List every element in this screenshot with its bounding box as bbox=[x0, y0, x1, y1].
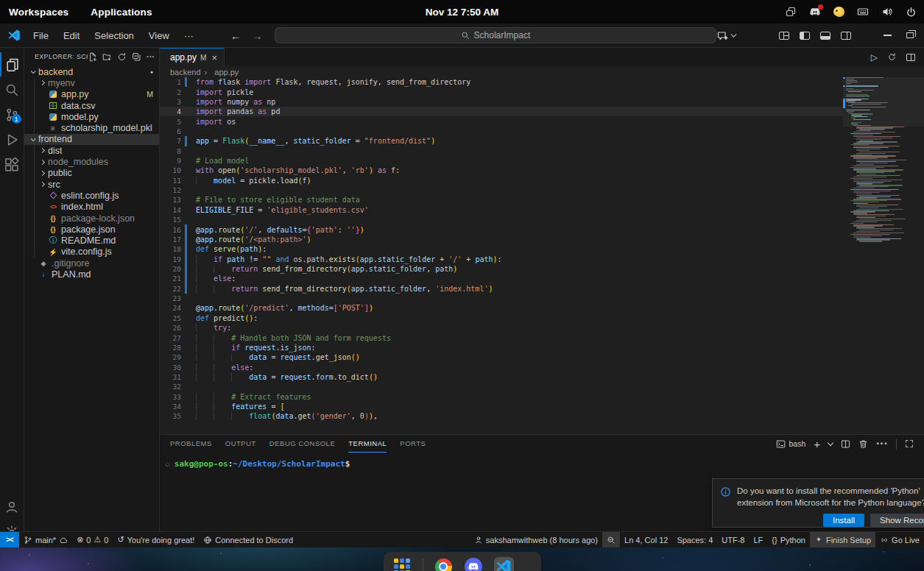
new-terminal-icon[interactable]: + bbox=[814, 438, 820, 450]
code-line[interactable]: 1from flask import Flask, request, jsoni… bbox=[160, 77, 843, 87]
minimize-button[interactable] bbox=[884, 35, 892, 35]
menu-file[interactable]: File bbox=[27, 28, 54, 43]
terminal-dropdown-icon[interactable] bbox=[828, 439, 833, 445]
activity-search[interactable] bbox=[0, 77, 24, 102]
tree-item-myenv[interactable]: myenv bbox=[24, 77, 159, 88]
code-line[interactable]: 13# File to store eligible student data bbox=[160, 195, 843, 205]
code-line[interactable]: 3import numpy as np bbox=[160, 97, 843, 107]
run-python-file-button[interactable]: ▷ bbox=[871, 52, 878, 63]
refresh-icon[interactable] bbox=[117, 52, 127, 62]
back-icon[interactable]: ← bbox=[230, 29, 241, 42]
code-line[interactable]: 2import pickle bbox=[160, 87, 843, 96]
command-center[interactable]: ScholarImpact bbox=[275, 27, 716, 43]
tree-item-dist[interactable]: dist bbox=[24, 145, 159, 156]
code-line[interactable]: 23 bbox=[160, 294, 843, 303]
code-line[interactable]: 7app = Flask(__name__, static_folder = "… bbox=[160, 136, 843, 146]
code-line[interactable]: 6 bbox=[160, 127, 843, 136]
discord-tray-icon[interactable] bbox=[809, 6, 821, 18]
panel-tab-output[interactable]: OUTPUT bbox=[225, 435, 256, 453]
tree-item-vite-config-js[interactable]: ⚡vite.config.js bbox=[24, 247, 159, 258]
menu-more[interactable]: ··· bbox=[178, 28, 200, 43]
volume-icon[interactable] bbox=[881, 6, 893, 18]
tree-item-frontend[interactable]: frontend bbox=[24, 134, 159, 145]
code-line[interactable]: 25def predict(): bbox=[160, 313, 843, 323]
dock-chrome[interactable] bbox=[434, 557, 454, 571]
collapse-folders-icon[interactable] bbox=[132, 52, 141, 62]
code-line[interactable]: 26 try: bbox=[160, 323, 843, 333]
code-line[interactable]: 18def serve(path): bbox=[160, 244, 843, 254]
tree-item-index-html[interactable]: <>index.html bbox=[24, 202, 159, 213]
show-recommendations-button[interactable]: Show Recommendation bbox=[870, 514, 924, 527]
tree-item-plan-md[interactable]: ↓PLAN.md bbox=[24, 269, 159, 280]
code-line[interactable]: 12 bbox=[160, 185, 843, 195]
code-line[interactable]: 24@app.route('/predict', methods=['POST'… bbox=[160, 303, 843, 313]
code-line[interactable]: 14ELIGIBLE_FILE = 'eligible_students.csv… bbox=[160, 205, 843, 215]
encoding[interactable]: UTF-8 bbox=[717, 532, 749, 547]
code-line[interactable]: 21 else: bbox=[160, 274, 843, 283]
new-file-icon[interactable] bbox=[88, 52, 97, 62]
account-button[interactable] bbox=[0, 494, 24, 519]
panel-tab-ports[interactable]: PORTS bbox=[400, 435, 426, 453]
shell-selector[interactable]: bash bbox=[776, 439, 805, 449]
menu-edit[interactable]: Edit bbox=[57, 28, 85, 43]
toggle-panel-icon[interactable] bbox=[820, 32, 830, 40]
code-line[interactable]: 4import pandas as pd bbox=[160, 107, 843, 116]
code-line[interactable]: 19 if path != "" and os.path.exists(app.… bbox=[160, 254, 843, 263]
code-line[interactable]: 34 features = [ bbox=[160, 402, 843, 411]
code-line[interactable]: 22 return send_from_directory(app.static… bbox=[160, 284, 843, 294]
code-editor[interactable]: 1from flask import Flask, request, jsoni… bbox=[160, 77, 924, 434]
code-line[interactable]: 27 # Handle both JSON and form requests bbox=[160, 333, 843, 342]
breadcrumb[interactable]: backend › app.py bbox=[160, 66, 924, 77]
activity-explorer[interactable] bbox=[0, 52, 24, 77]
tree-item--gitignore[interactable]: ◆.gitignore bbox=[24, 258, 159, 269]
code-line[interactable]: 28 if request.is_json: bbox=[160, 343, 843, 352]
new-folder-icon[interactable] bbox=[102, 52, 112, 62]
menu-view[interactable]: View bbox=[143, 28, 175, 43]
dock-vscode[interactable] bbox=[494, 557, 514, 571]
restore-button[interactable] bbox=[906, 32, 914, 38]
copilot-button[interactable] bbox=[716, 29, 735, 41]
split-editor-icon[interactable] bbox=[906, 54, 915, 61]
panel-tab-debug-console[interactable]: DEBUG CONSOLE bbox=[269, 435, 335, 453]
code-line[interactable]: 17@app.route('/<path:path>') bbox=[160, 235, 843, 244]
code-line[interactable]: 29 data = request.get_json() bbox=[160, 352, 843, 362]
tree-item-app-py[interactable]: app.pyM bbox=[24, 89, 159, 100]
code-line[interactable]: 16@app.route('/', defaults={'path': ''}) bbox=[160, 224, 843, 234]
code-line[interactable]: 35 float(data.get('gender', 0)), bbox=[160, 411, 843, 421]
tree-item-node-modules[interactable]: node_modules bbox=[24, 156, 159, 167]
kill-terminal-icon[interactable] bbox=[858, 439, 868, 449]
code-line[interactable]: 10with open('scholarship_model.pkl', 'rb… bbox=[160, 166, 843, 175]
tree-item-eslint-config-js[interactable]: eslint.config.js bbox=[24, 190, 159, 201]
maximize-panel-icon[interactable] bbox=[905, 439, 914, 448]
zoom-indicator[interactable] bbox=[602, 532, 620, 547]
minimap[interactable] bbox=[843, 77, 924, 434]
bird-icon[interactable] bbox=[833, 7, 844, 17]
power-icon[interactable] bbox=[906, 7, 917, 18]
code-line[interactable]: 9# Load model bbox=[160, 156, 843, 166]
breadcrumb-folder[interactable]: backend bbox=[170, 68, 201, 77]
tree-item-model-py[interactable]: model.py bbox=[24, 111, 159, 122]
remote-indicator[interactable]: >< bbox=[0, 532, 19, 547]
tree-item-package-json[interactable]: {}package.json bbox=[24, 224, 159, 235]
dock-app-launcher[interactable] bbox=[392, 557, 412, 571]
toggle-secondary-sidebar-icon[interactable] bbox=[841, 32, 851, 40]
clock[interactable]: Nov 12 7:50 AM bbox=[426, 7, 498, 18]
workspaces-menu[interactable]: Workspaces bbox=[9, 7, 68, 18]
customize-layout-icon[interactable] bbox=[779, 32, 789, 40]
code-line[interactable]: 31 data = request.form.to_dict() bbox=[160, 372, 843, 382]
activity-source-control[interactable]: 1 bbox=[0, 102, 24, 127]
finish-setup[interactable]: Finish Setup bbox=[810, 532, 875, 547]
split-terminal-icon[interactable] bbox=[841, 439, 850, 449]
branch-status[interactable]: main* bbox=[19, 532, 72, 547]
tree-item-backend[interactable]: backend● bbox=[24, 66, 159, 77]
menu-selection[interactable]: Selection bbox=[88, 28, 139, 43]
code-line[interactable]: 11 model = pickle.load(f) bbox=[160, 176, 843, 185]
motivation-status[interactable]: ↺You're doing great! bbox=[113, 532, 199, 547]
code-line[interactable]: 8 bbox=[160, 146, 843, 156]
code-line[interactable]: 30 else: bbox=[160, 362, 843, 372]
tab-close-icon[interactable]: × bbox=[211, 52, 217, 63]
run-options-icon[interactable] bbox=[887, 52, 897, 62]
code-line[interactable]: 15 bbox=[160, 215, 843, 224]
code-line[interactable]: 5import os bbox=[160, 116, 843, 126]
tree-item-public[interactable]: public bbox=[24, 168, 159, 179]
